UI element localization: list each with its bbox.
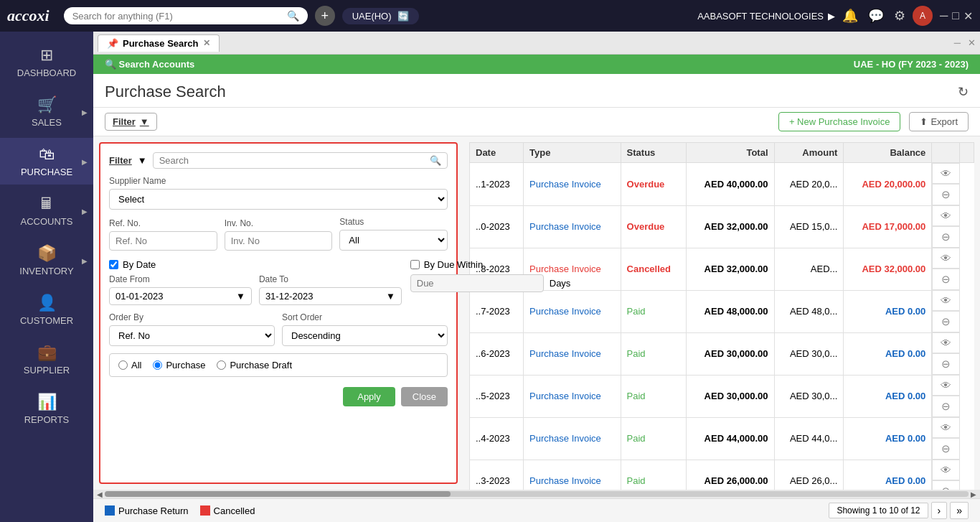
filter-search-input[interactable] [159,155,430,166]
collapse-icon[interactable]: ─ [954,37,961,48]
cell-balance: AED 17,000.00 [844,205,932,248]
more-icon[interactable]: ⊖ [941,442,951,455]
view-icon[interactable]: 👁 [941,294,951,307]
filter-button[interactable]: Filter ▼ [105,113,157,131]
cell-more[interactable]: ⊖ [932,353,959,375]
view-icon[interactable]: 👁 [941,167,951,180]
sidebar-item-supplier[interactable]: 💼 SUPPLIER [0,336,93,383]
cell-view[interactable]: 👁 [932,375,959,396]
sidebar-item-purchase[interactable]: 🛍 PURCHASE ▶ [0,138,93,185]
cell-more[interactable]: ⊖ [932,438,959,460]
cell-more[interactable]: ⊖ [932,269,959,290]
due-input[interactable] [417,278,537,289]
close-filter-button[interactable]: Close [401,387,448,406]
scrollbar-track[interactable] [105,491,969,497]
radio-all-input[interactable] [118,360,128,370]
more-icon[interactable]: ⊖ [941,485,951,490]
date-to-dropdown-icon[interactable]: ▼ [386,291,395,302]
cell-amount: AED 48,0... [774,290,844,332]
refresh-icon[interactable]: 🔄 [397,11,409,22]
cell-more[interactable]: ⊖ [932,311,959,332]
apply-button[interactable]: Apply [343,387,395,406]
status-select[interactable]: All Paid Overdue Cancelled [339,230,448,251]
view-icon[interactable]: 👁 [941,379,951,391]
close-tab-bar-icon[interactable]: ✕ [968,37,976,48]
cell-view[interactable]: 👁 [932,460,959,480]
supplier-name-select[interactable]: Select [109,189,448,210]
horizontal-scrollbar[interactable]: ◀ ▶ [93,490,980,498]
message-icon[interactable]: 💬 [868,8,884,24]
date-to-input[interactable] [265,291,386,302]
by-date-checkbox[interactable] [109,260,118,269]
order-by-select[interactable]: Ref. No Date Amount Balance [109,325,275,346]
tab-purchase-search[interactable]: 📌 Purchase Search ✕ [98,34,220,52]
more-icon[interactable]: ⊖ [941,230,951,243]
purchase-return-label: Purchase Return [118,505,189,516]
sidebar-item-reports[interactable]: 📊 REPORTS [0,386,93,432]
filter-label[interactable]: Filter [109,155,132,166]
by-due-label[interactable]: By Due Within [424,259,483,270]
scroll-right-icon[interactable]: ▶ [969,490,979,498]
more-icon[interactable]: ⊖ [941,358,951,370]
maximize-icon[interactable]: □ [952,9,959,23]
view-icon[interactable]: 👁 [941,421,951,434]
radio-all[interactable]: All [118,360,141,370]
more-icon[interactable]: ⊖ [941,273,951,286]
ref-no-input[interactable] [109,231,217,251]
user-avatar[interactable]: A [913,6,933,26]
sidebar-item-accounts[interactable]: 🖩 ACCOUNTS ▶ [0,187,93,234]
date-from-input[interactable] [116,291,236,302]
cell-more[interactable]: ⊖ [932,396,959,417]
minimize-icon[interactable]: ─ [940,9,948,23]
add-button[interactable]: + [315,6,335,26]
filter-search-wrap: 🔍 [153,152,448,169]
settings-icon[interactable]: ⚙ [894,8,905,24]
view-icon[interactable]: 👁 [941,464,951,476]
inv-no-input[interactable] [225,231,333,251]
cell-more[interactable]: ⊖ [932,184,959,205]
company-full-name: AABASOFT TECHNOLOGIES ▶ [697,11,835,22]
more-icon[interactable]: ⊖ [941,188,951,201]
bell-icon[interactable]: 🔔 [842,8,858,24]
more-icon[interactable]: ⊖ [941,400,951,413]
view-icon[interactable]: 👁 [941,210,951,222]
cell-balance: AED 0.00 [844,290,932,332]
cell-view[interactable]: 👁 [932,417,959,438]
close-icon[interactable]: ✕ [963,9,973,23]
next-page-button[interactable]: › [931,502,948,519]
new-invoice-button[interactable]: + New Purchase Invoice [778,112,901,131]
cell-view[interactable]: 👁 [932,163,959,184]
cell-view[interactable]: 👁 [932,248,959,269]
radio-purchase-draft-input[interactable] [217,360,226,370]
by-due-checkbox[interactable] [410,260,420,269]
sidebar-item-dashboard[interactable]: ⊞ DASHBOARD [0,39,93,85]
cell-view[interactable]: 👁 [932,332,959,353]
tab-close-icon[interactable]: ✕ [203,38,210,48]
refresh-button[interactable]: ↻ [958,84,969,100]
cell-more[interactable]: ⊖ [932,480,959,490]
search-bar[interactable]: 🔍 [64,7,308,24]
export-button[interactable]: ⬆ Export [909,112,969,131]
cell-total: AED 48,000.00 [686,290,774,332]
more-icon[interactable]: ⊖ [941,315,951,328]
sidebar-item-sales[interactable]: 🛒 SALES ▶ [0,88,93,135]
search-input[interactable] [72,11,281,22]
cell-view[interactable]: 👁 [932,290,959,311]
scrollbar-thumb[interactable] [105,491,451,497]
radio-purchase[interactable]: Purchase [153,360,205,370]
sidebar-item-customer[interactable]: 👤 CUSTOMER [0,286,93,333]
company-selector[interactable]: UAE(HO) 🔄 [342,8,419,24]
by-date-label[interactable]: By Date [123,259,156,270]
radio-purchase-draft[interactable]: Purchase Draft [217,360,292,370]
cell-type: Purchase Invoice [524,332,621,375]
cell-view[interactable]: 👁 [932,205,959,226]
date-from-dropdown-icon[interactable]: ▼ [236,291,245,302]
sidebar-item-inventory[interactable]: 📦 INVENTORY ▶ [0,237,93,284]
last-page-button[interactable]: » [950,502,969,519]
view-icon[interactable]: 👁 [941,252,951,264]
sort-order-select[interactable]: Descending Ascending [282,325,448,346]
radio-purchase-input[interactable] [153,360,162,370]
scroll-left-icon[interactable]: ◀ [95,490,105,498]
cell-more[interactable]: ⊖ [932,226,959,248]
view-icon[interactable]: 👁 [941,337,951,349]
